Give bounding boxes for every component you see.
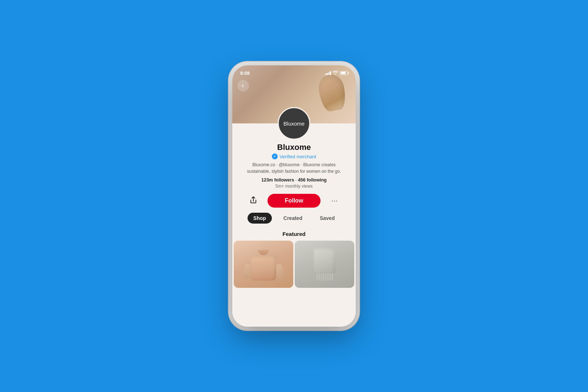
- back-chevron-icon: ‹: [242, 83, 244, 89]
- featured-item-blanket[interactable]: [295, 241, 354, 288]
- tabs-row: Shop Created Saved: [248, 213, 340, 228]
- featured-item-sweater[interactable]: [234, 241, 293, 288]
- tab-created[interactable]: Created: [278, 213, 308, 224]
- featured-section: Featured: [232, 228, 356, 327]
- profile-views: 5m+ monthly views: [275, 184, 313, 189]
- follow-button[interactable]: Follow: [268, 194, 321, 208]
- featured-grid: [232, 241, 356, 288]
- blanket-decoration: [312, 248, 337, 281]
- verified-icon: ✓: [272, 154, 278, 159]
- signal-icon: [325, 71, 331, 75]
- share-button[interactable]: [247, 194, 260, 207]
- battery-icon: [340, 71, 348, 75]
- avatar-container: Bluxome: [278, 107, 310, 140]
- profile-bio: Bluxome.co · @bluxome · Bluxome creates …: [232, 159, 356, 175]
- verified-text: Verified merchant: [279, 154, 316, 159]
- tab-saved[interactable]: Saved: [314, 213, 340, 224]
- phone-frame: 8:08: [232, 65, 356, 327]
- status-bar: 8:08: [232, 65, 356, 77]
- verified-badge: ✓ Verified merchant: [272, 154, 316, 159]
- following-count: 456 following: [298, 177, 327, 183]
- share-icon: [250, 196, 257, 206]
- status-time: 8:08: [240, 70, 250, 76]
- profile-section: Bluxome Bluxome ✓ Verified merchant Blux…: [232, 123, 356, 228]
- featured-title: Featured: [232, 228, 356, 241]
- action-row: Follow ···: [232, 194, 356, 208]
- back-button[interactable]: ‹: [237, 80, 249, 91]
- tab-shop[interactable]: Shop: [248, 213, 272, 224]
- status-icons: [325, 71, 348, 75]
- stats-separator: ·: [295, 177, 297, 183]
- scarf-decoration: [316, 71, 348, 118]
- wifi-icon: [333, 71, 338, 75]
- avatar-text: Bluxome: [283, 121, 305, 127]
- sweater-decoration: [249, 248, 278, 281]
- profile-stats: 123m followers · 456 following: [261, 177, 327, 183]
- followers-count: 123m followers: [261, 177, 294, 183]
- phone-content: ‹ Bluxome Bluxome ✓ Verified merchant Bl…: [232, 65, 356, 327]
- profile-name: Bluxome: [277, 143, 311, 152]
- more-button[interactable]: ···: [328, 194, 341, 207]
- avatar: Bluxome: [278, 107, 310, 140]
